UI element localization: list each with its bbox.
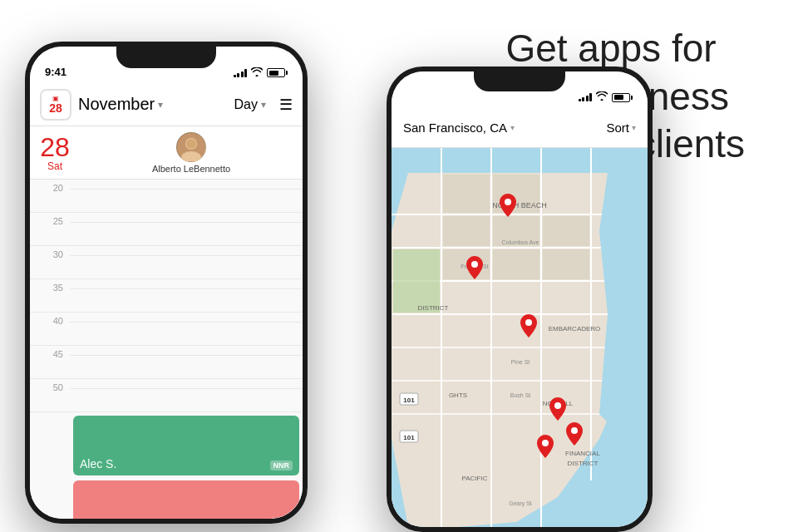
svg-point-50 <box>542 440 549 446</box>
svg-text:GHTS: GHTS <box>449 392 467 399</box>
location-selector[interactable]: San Francisco, CA ▾ <box>403 121 606 135</box>
notch-phone1 <box>116 47 216 68</box>
hamburger-icon[interactable]: ☰ <box>279 96 293 114</box>
month-selector[interactable]: November ▾ <box>78 95 228 114</box>
svg-point-45 <box>505 199 511 205</box>
svg-rect-27 <box>393 249 440 313</box>
svg-rect-25 <box>493 249 539 279</box>
map-header: San Francisco, CA ▾ Sort ▾ <box>392 108 648 148</box>
promo-line1: Get apps for <box>505 27 716 70</box>
event-janet[interactable]: Janet G. NNR <box>73 480 299 519</box>
battery-icon <box>267 68 288 77</box>
phone-calendar: 9:41 <box>25 42 308 524</box>
view-dropdown-arrow: ▾ <box>261 99 266 111</box>
date-badge: ▣ 28 <box>40 89 71 121</box>
month-name: November <box>78 95 155 114</box>
svg-point-46 <box>471 261 478 268</box>
sort-arrow-icon: ▾ <box>632 123 636 132</box>
svg-rect-19 <box>443 175 490 213</box>
wifi-icon-map <box>596 91 608 103</box>
calendar-header: ▣ 28 November ▾ Day ▾ ☰ <box>30 83 303 126</box>
status-icons-map <box>579 91 633 103</box>
phone-map: San Francisco, CA ▾ Sort ▾ <box>387 66 653 532</box>
svg-point-48 <box>554 402 561 409</box>
battery-icon-map <box>612 93 633 102</box>
location-dropdown-arrow: ▾ <box>510 123 515 132</box>
svg-point-49 <box>571 427 578 434</box>
sort-button[interactable]: Sort ▾ <box>606 121 636 135</box>
wifi-icon <box>251 67 263 78</box>
svg-text:FINANCIAL: FINANCIAL <box>565 450 600 457</box>
svg-text:Columbus Ave: Columbus Ave <box>501 239 539 245</box>
map-svg: NORTH BEACH DISTRICT EMBARCADERO GHTS NO… <box>392 148 648 527</box>
map-view[interactable]: NORTH BEACH DISTRICT EMBARCADERO GHTS NO… <box>392 148 648 527</box>
day-number: 28 Sat <box>30 134 80 172</box>
month-dropdown-arrow: ▾ <box>158 99 163 111</box>
sort-label: Sort <box>606 121 629 135</box>
view-selector[interactable]: Day ▾ <box>234 97 266 112</box>
svg-text:DISTRICT: DISTRICT <box>418 304 449 312</box>
time-grid: 20 25 30 35 40 45 50 Alec S. NNR Janet G… <box>30 180 303 519</box>
status-icons <box>234 67 288 78</box>
svg-point-47 <box>525 319 532 326</box>
svg-text:PACIFIC: PACIFIC <box>462 475 488 482</box>
svg-text:101: 101 <box>403 397 415 404</box>
svg-text:Bush St: Bush St <box>510 392 531 398</box>
svg-rect-26 <box>543 249 589 279</box>
event-alec[interactable]: Alec S. NNR <box>73 416 299 475</box>
signal-icon <box>234 69 248 77</box>
svg-text:EMBARCADERO: EMBARCADERO <box>549 325 601 332</box>
svg-point-3 <box>186 139 196 149</box>
day-header: 28 Sat Alberto LeBennetto <box>30 126 303 180</box>
svg-rect-23 <box>543 216 589 246</box>
day-person: Alberto LeBennetto <box>80 132 303 174</box>
person-name: Alberto LeBennetto <box>152 164 230 174</box>
status-time: 9:41 <box>45 66 66 78</box>
avatar <box>176 132 206 162</box>
svg-text:101: 101 <box>403 434 415 441</box>
view-label: Day <box>234 97 258 112</box>
svg-text:Pine St: Pine St <box>511 359 530 365</box>
svg-rect-21 <box>443 216 490 246</box>
location-text: San Francisco, CA <box>403 121 507 135</box>
signal-icon-map <box>579 93 593 101</box>
svg-text:DISTRICT: DISTRICT <box>568 460 598 467</box>
svg-text:Geary St: Geary St <box>509 500 532 507</box>
notch-phone2 <box>474 71 565 91</box>
